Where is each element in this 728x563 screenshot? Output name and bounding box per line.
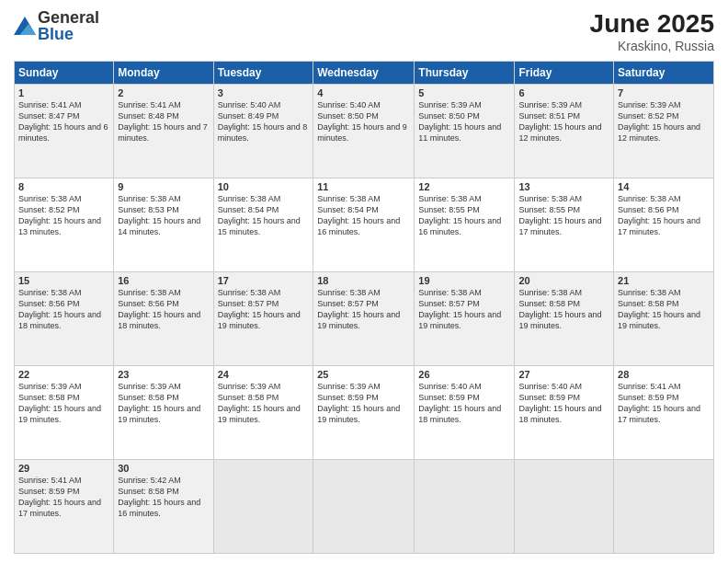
weekday-header-row: Sunday Monday Tuesday Wednesday Thursday…: [15, 62, 714, 85]
day-number: 27: [518, 369, 609, 380]
day-content: Sunrise: 5:41 AMSunset: 8:59 PMDaylight:…: [618, 381, 710, 426]
day-content: Sunrise: 5:38 AMSunset: 8:52 PMDaylight:…: [18, 193, 109, 238]
table-row: [515, 460, 614, 554]
day-number: 20: [518, 275, 609, 286]
table-row: 17Sunrise: 5:38 AMSunset: 8:57 PMDayligh…: [213, 272, 313, 366]
day-number: 14: [618, 181, 710, 192]
day-number: 2: [118, 87, 209, 98]
table-row: 16Sunrise: 5:38 AMSunset: 8:56 PMDayligh…: [114, 272, 213, 366]
table-row: 15Sunrise: 5:38 AMSunset: 8:56 PMDayligh…: [15, 272, 114, 366]
col-wednesday: Wednesday: [313, 62, 415, 85]
day-number: 15: [18, 275, 109, 286]
day-number: 19: [418, 275, 510, 286]
table-row: 21Sunrise: 5:38 AMSunset: 8:58 PMDayligh…: [614, 272, 714, 366]
day-content: Sunrise: 5:41 AMSunset: 8:47 PMDaylight:…: [18, 99, 109, 144]
logo-blue: Blue: [38, 26, 99, 42]
day-number: 9: [118, 181, 209, 192]
day-number: 7: [618, 87, 710, 98]
table-row: 26Sunrise: 5:40 AMSunset: 8:59 PMDayligh…: [415, 366, 515, 460]
page: General Blue June 2025 Kraskino, Russia …: [0, 0, 728, 563]
table-row: 24Sunrise: 5:39 AMSunset: 8:58 PMDayligh…: [213, 366, 313, 460]
day-number: 4: [317, 87, 410, 98]
table-row: [614, 460, 714, 554]
day-content: Sunrise: 5:39 AMSunset: 8:51 PMDaylight:…: [518, 99, 609, 144]
day-number: 21: [618, 275, 710, 286]
day-number: 12: [418, 181, 510, 192]
table-row: [213, 460, 313, 554]
table-row: 9Sunrise: 5:38 AMSunset: 8:53 PMDaylight…: [114, 178, 213, 272]
calendar-row: 15Sunrise: 5:38 AMSunset: 8:56 PMDayligh…: [15, 272, 714, 366]
calendar-row: 22Sunrise: 5:39 AMSunset: 8:58 PMDayligh…: [15, 366, 714, 460]
day-number: 1: [18, 87, 109, 98]
day-content: Sunrise: 5:40 AMSunset: 8:59 PMDaylight:…: [418, 381, 510, 426]
logo-general: General: [38, 9, 99, 26]
col-friday: Friday: [515, 62, 614, 85]
col-thursday: Thursday: [415, 62, 515, 85]
table-row: 20Sunrise: 5:38 AMSunset: 8:58 PMDayligh…: [515, 272, 614, 366]
calendar-row: 29Sunrise: 5:41 AMSunset: 8:59 PMDayligh…: [15, 460, 714, 554]
day-number: 16: [118, 275, 209, 286]
day-number: 25: [317, 369, 410, 380]
day-content: Sunrise: 5:39 AMSunset: 8:59 PMDaylight:…: [317, 381, 410, 426]
table-row: 29Sunrise: 5:41 AMSunset: 8:59 PMDayligh…: [15, 460, 114, 554]
day-content: Sunrise: 5:41 AMSunset: 8:48 PMDaylight:…: [118, 99, 209, 144]
logo-icon: [14, 17, 36, 35]
day-number: 26: [418, 369, 510, 380]
day-number: 23: [118, 369, 209, 380]
table-row: 3Sunrise: 5:40 AMSunset: 8:49 PMDaylight…: [213, 85, 313, 178]
calendar-row: 8Sunrise: 5:38 AMSunset: 8:52 PMDaylight…: [15, 178, 714, 272]
day-content: Sunrise: 5:38 AMSunset: 8:53 PMDaylight:…: [118, 193, 209, 238]
day-number: 3: [218, 87, 310, 98]
day-content: Sunrise: 5:40 AMSunset: 8:49 PMDaylight:…: [218, 99, 310, 144]
day-content: Sunrise: 5:38 AMSunset: 8:57 PMDaylight:…: [218, 287, 310, 332]
header: General Blue June 2025 Kraskino, Russia: [14, 9, 714, 53]
table-row: 10Sunrise: 5:38 AMSunset: 8:54 PMDayligh…: [213, 178, 313, 272]
day-content: Sunrise: 5:38 AMSunset: 8:55 PMDaylight:…: [418, 193, 510, 238]
table-row: 7Sunrise: 5:39 AMSunset: 8:52 PMDaylight…: [614, 85, 714, 178]
day-content: Sunrise: 5:38 AMSunset: 8:57 PMDaylight:…: [418, 287, 510, 332]
col-monday: Monday: [114, 62, 213, 85]
table-row: 11Sunrise: 5:38 AMSunset: 8:54 PMDayligh…: [313, 178, 415, 272]
day-number: 17: [218, 275, 310, 286]
day-content: Sunrise: 5:42 AMSunset: 8:58 PMDaylight:…: [118, 475, 209, 520]
day-content: Sunrise: 5:38 AMSunset: 8:58 PMDaylight:…: [518, 287, 609, 332]
table-row: 18Sunrise: 5:38 AMSunset: 8:57 PMDayligh…: [313, 272, 415, 366]
table-row: 4Sunrise: 5:40 AMSunset: 8:50 PMDaylight…: [313, 85, 415, 178]
table-row: [415, 460, 515, 554]
day-content: Sunrise: 5:39 AMSunset: 8:52 PMDaylight:…: [618, 99, 710, 144]
table-row: 12Sunrise: 5:38 AMSunset: 8:55 PMDayligh…: [415, 178, 515, 272]
col-tuesday: Tuesday: [213, 62, 313, 85]
day-content: Sunrise: 5:39 AMSunset: 8:58 PMDaylight:…: [218, 381, 310, 426]
table-row: 6Sunrise: 5:39 AMSunset: 8:51 PMDaylight…: [515, 85, 614, 178]
day-number: 28: [618, 369, 710, 380]
table-row: 8Sunrise: 5:38 AMSunset: 8:52 PMDaylight…: [15, 178, 114, 272]
day-content: Sunrise: 5:38 AMSunset: 8:54 PMDaylight:…: [218, 193, 310, 238]
col-sunday: Sunday: [15, 62, 114, 85]
day-number: 30: [118, 463, 209, 474]
day-number: 8: [18, 181, 109, 192]
logo: General Blue: [14, 9, 99, 42]
day-content: Sunrise: 5:39 AMSunset: 8:58 PMDaylight:…: [18, 381, 109, 426]
table-row: 27Sunrise: 5:40 AMSunset: 8:59 PMDayligh…: [515, 366, 614, 460]
day-number: 29: [18, 463, 109, 474]
logo-text: General Blue: [38, 9, 99, 42]
day-content: Sunrise: 5:40 AMSunset: 8:50 PMDaylight:…: [317, 99, 410, 144]
table-row: 23Sunrise: 5:39 AMSunset: 8:58 PMDayligh…: [114, 366, 213, 460]
table-row: 25Sunrise: 5:39 AMSunset: 8:59 PMDayligh…: [313, 366, 415, 460]
day-number: 5: [418, 87, 510, 98]
table-row: 2Sunrise: 5:41 AMSunset: 8:48 PMDaylight…: [114, 85, 213, 178]
day-number: 10: [218, 181, 310, 192]
day-content: Sunrise: 5:38 AMSunset: 8:56 PMDaylight:…: [618, 193, 710, 238]
col-saturday: Saturday: [614, 62, 714, 85]
calendar-row: 1Sunrise: 5:41 AMSunset: 8:47 PMDaylight…: [15, 85, 714, 178]
table-row: 5Sunrise: 5:39 AMSunset: 8:50 PMDaylight…: [415, 85, 515, 178]
table-row: 22Sunrise: 5:39 AMSunset: 8:58 PMDayligh…: [15, 366, 114, 460]
location: Kraskino, Russia: [590, 39, 714, 53]
day-content: Sunrise: 5:38 AMSunset: 8:54 PMDaylight:…: [317, 193, 410, 238]
day-number: 13: [518, 181, 609, 192]
day-number: 18: [317, 275, 410, 286]
table-row: 14Sunrise: 5:38 AMSunset: 8:56 PMDayligh…: [614, 178, 714, 272]
day-content: Sunrise: 5:38 AMSunset: 8:57 PMDaylight:…: [317, 287, 410, 332]
day-content: Sunrise: 5:40 AMSunset: 8:59 PMDaylight:…: [518, 381, 609, 426]
day-content: Sunrise: 5:39 AMSunset: 8:58 PMDaylight:…: [118, 381, 209, 426]
